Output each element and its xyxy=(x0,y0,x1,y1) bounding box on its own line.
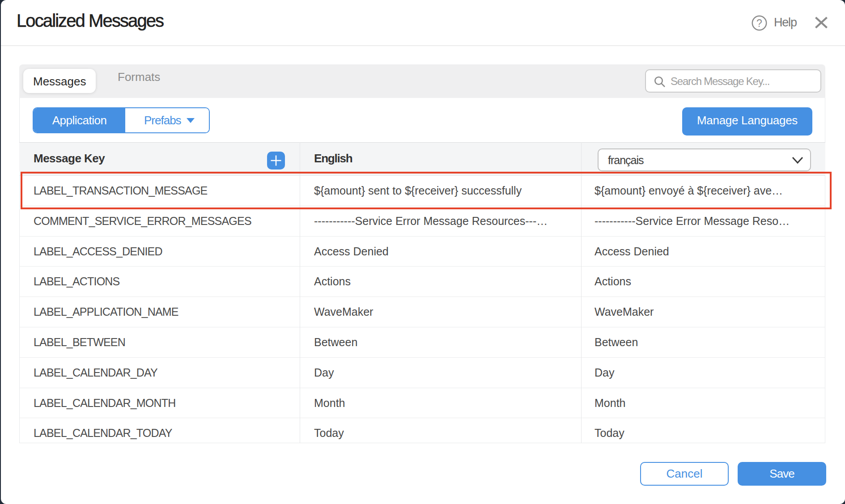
svg-text:?: ? xyxy=(756,17,762,29)
